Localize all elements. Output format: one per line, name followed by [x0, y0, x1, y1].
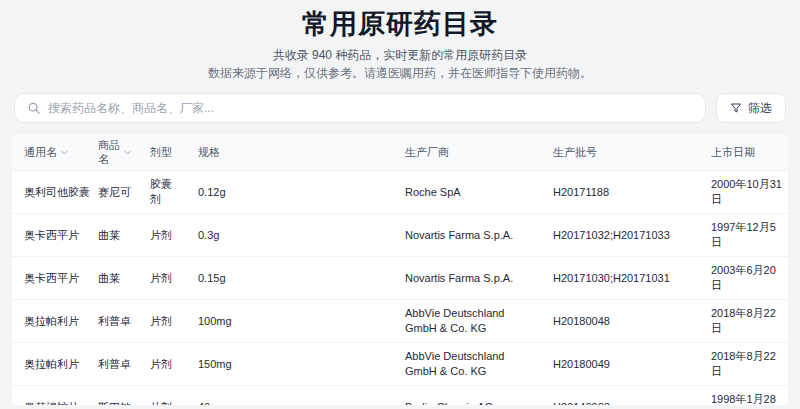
table-row: 奥卡西平片 曲莱 片剂 0.15g Novartis Farma S.p.A. …: [12, 257, 788, 300]
cell-launch-date: 2003年6月20日: [699, 257, 788, 300]
page-title-text: 常用原研药目录: [302, 9, 498, 39]
cell-brand-name: 利普卓: [86, 343, 138, 386]
column-header-manufacturer: 生产厂商: [393, 134, 541, 171]
funnel-icon: [730, 102, 742, 114]
page-title: 常用原研药目录: [0, 9, 800, 39]
cell-manufacturer: Novartis Farma S.p.A.: [393, 214, 541, 257]
cell-brand-name: 斯巴敏: [86, 386, 138, 406]
column-header-specification: 规格: [186, 134, 393, 171]
cell-generic-name: 奥卡西平片: [12, 257, 86, 300]
table-row: 奥卡西平片 曲莱 片剂 0.3g Novartis Farma S.p.A. H…: [12, 214, 788, 257]
cell-specification: 0.12g: [186, 171, 393, 214]
cell-generic-name: 奥利司他胶囊: [12, 171, 86, 214]
cell-batch-number: H20171032;H20171033: [541, 214, 699, 257]
cell-brand-name: 利普卓: [86, 300, 138, 343]
search-box[interactable]: [14, 93, 706, 123]
cell-dosage-form: 片剂: [138, 257, 186, 300]
column-header-label: 规格: [198, 145, 220, 159]
cell-generic-name: 奥卡西平片: [12, 214, 86, 257]
search-icon: [27, 101, 41, 115]
column-header-label: 上市日期: [711, 145, 755, 159]
table-body: 奥利司他胶囊 赛尼可 胶囊剂 0.12g Roche SpA H20171188…: [12, 171, 788, 406]
cell-launch-date: 1998年1月28日: [699, 386, 788, 406]
drug-table-card: 通用名 商品名 剂型: [12, 134, 788, 405]
cell-specification: 150mg: [186, 343, 393, 386]
cell-specification: 0.3g: [186, 214, 393, 257]
cell-dosage-form: 胶囊剂: [138, 171, 186, 214]
cell-batch-number: H20171188: [541, 171, 699, 214]
filter-button[interactable]: 筛选: [716, 93, 786, 123]
cell-launch-date: 2018年8月22日: [699, 343, 788, 386]
toolbar: 筛选: [14, 93, 786, 123]
column-header-generic-name[interactable]: 通用名: [12, 134, 86, 171]
cell-manufacturer: Roche SpA: [393, 171, 541, 214]
cell-batch-number: H20171030;H20171031: [541, 257, 699, 300]
sort-chevron-icon[interactable]: [60, 148, 69, 157]
drug-table: 通用名 商品名 剂型: [12, 134, 788, 405]
cell-generic-name: 奥拉帕利片: [12, 343, 86, 386]
table-row: 奥拉帕利片 利普卓 片剂 100mg AbbVie Deutschland Gm…: [12, 300, 788, 343]
cell-specification: 40mg: [186, 386, 393, 406]
search-input[interactable]: [48, 101, 693, 115]
cell-manufacturer: AbbVie Deutschland GmbH & Co. KG: [393, 343, 541, 386]
column-header-batch-number: 生产批号: [541, 134, 699, 171]
cell-launch-date: 2000年10月31日: [699, 171, 788, 214]
cell-generic-name: 奥拉帕利片: [12, 300, 86, 343]
column-header-dosage-form: 剂型: [138, 134, 186, 171]
cell-manufacturer: Berlin-Chemie AG: [393, 386, 541, 406]
page-subtitle-line1: 共收录 940 种药品，实时更新的常用原研药目录: [0, 46, 800, 64]
cell-specification: 100mg: [186, 300, 393, 343]
cell-manufacturer: AbbVie Deutschland GmbH & Co. KG: [393, 300, 541, 343]
column-header-label: 剂型: [150, 145, 172, 159]
cell-batch-number: H20180048: [541, 300, 699, 343]
table-row: 奥替溴铵片 斯巴敏 片剂 40mg Berlin-Chemie AG H2014…: [12, 386, 788, 406]
cell-batch-number: H20140903: [541, 386, 699, 406]
cell-specification: 0.15g: [186, 257, 393, 300]
cell-brand-name: 赛尼可: [86, 171, 138, 214]
column-header-brand-name[interactable]: 商品名: [86, 134, 138, 171]
cell-brand-name: 曲莱: [86, 257, 138, 300]
column-header-launch-date: 上市日期: [699, 134, 788, 171]
cell-generic-name: 奥替溴铵片: [12, 386, 86, 406]
column-header-label: 生产厂商: [405, 145, 449, 159]
cell-dosage-form: 片剂: [138, 386, 186, 406]
column-header-label: 生产批号: [553, 145, 597, 159]
cell-manufacturer: Novartis Farma S.p.A.: [393, 257, 541, 300]
table-header-row: 通用名 商品名 剂型: [12, 134, 788, 171]
column-header-label: 商品名: [98, 138, 120, 166]
cell-dosage-form: 片剂: [138, 300, 186, 343]
column-header-label: 通用名: [24, 145, 57, 159]
cell-batch-number: H20180049: [541, 343, 699, 386]
sort-chevron-icon[interactable]: [123, 148, 132, 157]
cell-brand-name: 曲莱: [86, 214, 138, 257]
table-row: 奥利司他胶囊 赛尼可 胶囊剂 0.12g Roche SpA H20171188…: [12, 171, 788, 214]
page-header: 常用原研药目录 共收录 940 种药品，实时更新的常用原研药目录 数据来源于网络…: [0, 0, 800, 82]
cell-launch-date: 1997年12月5日: [699, 214, 788, 257]
table-row: 奥拉帕利片 利普卓 片剂 150mg AbbVie Deutschland Gm…: [12, 343, 788, 386]
page-subtitle-line2: 数据来源于网络，仅供参考。请遵医嘱用药，并在医师指导下使用药物。: [0, 64, 800, 82]
cell-dosage-form: 片剂: [138, 343, 186, 386]
filter-button-label: 筛选: [748, 100, 772, 117]
cell-dosage-form: 片剂: [138, 214, 186, 257]
cell-launch-date: 2018年8月22日: [699, 300, 788, 343]
